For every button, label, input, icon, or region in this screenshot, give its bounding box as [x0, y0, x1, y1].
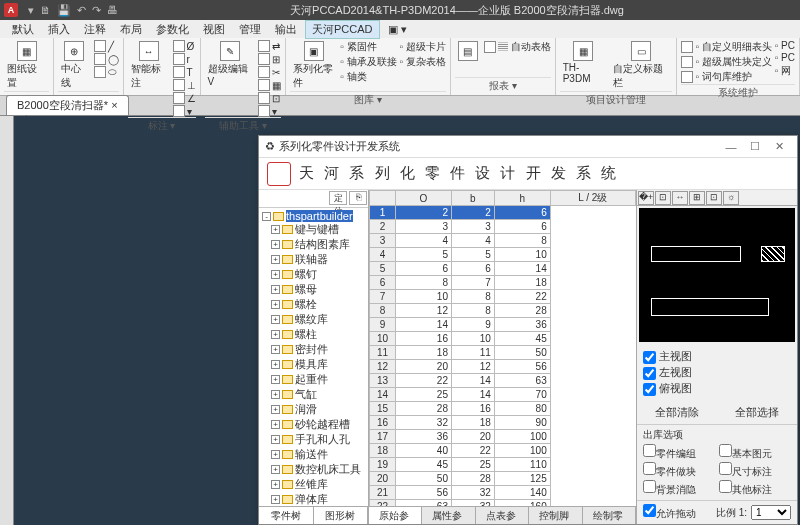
grid-tab[interactable]: 原始参数: [369, 507, 422, 524]
tree-tool-button[interactable]: ⎘: [349, 191, 367, 205]
ribbon-btn[interactable]: ▦TH-P3DM: [560, 40, 608, 85]
pv-tool[interactable]: ⊞: [689, 191, 705, 205]
out-opt[interactable]: 尺寸标注: [719, 462, 791, 479]
view-check[interactable]: 主视图: [643, 349, 791, 364]
dialog-header: 天 河 系 列 化 零 件 设 计 开 发 系 统: [259, 158, 797, 190]
minimize-button[interactable]: —: [719, 141, 743, 153]
output-options: 出库选项 零件编组基本图元零件做块尺寸标注背景消隐其他标注: [637, 424, 797, 500]
dialog-icon: ♻: [265, 140, 275, 153]
ribbon-btn[interactable]: ▦图纸设置: [4, 40, 49, 91]
tree-toolbar: 定位 ⎘: [259, 190, 368, 208]
menu-overflow[interactable]: ▣ ▾: [382, 22, 413, 37]
ribbon-btn[interactable]: ▭自定义标题栏: [610, 40, 672, 91]
menu-3[interactable]: 布局: [114, 21, 148, 38]
tree-node[interactable]: +数控机床工具: [261, 462, 366, 477]
tree-node[interactable]: +弹体库: [261, 492, 366, 506]
preview-toolbar: �+⊡↔⊞⊡☼: [637, 190, 797, 206]
tree-tabs: 零件树 图形树: [259, 506, 368, 524]
file-tab[interactable]: B2000空段清扫器* ×: [6, 95, 129, 115]
ribbon-btn[interactable]: ↔智能标注: [128, 40, 170, 91]
pv-tool[interactable]: �+: [638, 191, 654, 205]
grid-tab[interactable]: 绘制零件: [583, 507, 636, 524]
titlebar: A ▾ 🗎 💾 ↶ ↷ 🖶 天河PCCAD2014&TH-P3DM2014——企…: [0, 0, 800, 20]
close-icon[interactable]: ×: [111, 99, 117, 111]
param-grid[interactable]: ObhL / 2级1226233634484551056614687187108…: [369, 190, 636, 506]
pv-tool[interactable]: ⊡: [655, 191, 671, 205]
locate-button[interactable]: 定位: [329, 191, 347, 205]
preview-pane: �+⊡↔⊞⊡☼ 主视图左视图俯视图 全部清除 全部选择 出库选项 零件编组基本图…: [637, 190, 797, 524]
menu-0[interactable]: 默认: [6, 21, 40, 38]
grid-pane: ObhL / 2级1226233634484551056614687187108…: [369, 190, 637, 524]
tree-node[interactable]: +螺钉: [261, 267, 366, 282]
select-all-button[interactable]: 全部选择: [735, 405, 779, 420]
out-opt[interactable]: 零件编组: [643, 444, 715, 461]
app-logo: A: [4, 3, 18, 17]
menu-4[interactable]: 参数化: [150, 21, 195, 38]
tree-node[interactable]: +键与键槽: [261, 222, 366, 237]
tree-node[interactable]: +输送件: [261, 447, 366, 462]
menu-6[interactable]: 管理: [233, 21, 267, 38]
out-opt[interactable]: 零件做块: [643, 462, 715, 479]
tree-node[interactable]: +砂轮越程槽: [261, 417, 366, 432]
tree-node[interactable]: +模具库: [261, 357, 366, 372]
allow-drag-check[interactable]: 允许拖动: [643, 504, 696, 521]
grid-tabs: 原始参数属性参数点表参数控制脚本绘制零件: [369, 506, 636, 524]
tree-node[interactable]: +联轴器: [261, 252, 366, 267]
qat-open-icon[interactable]: 🗎: [40, 4, 51, 17]
scale-select[interactable]: 1: [751, 505, 791, 520]
tab-parts-tree[interactable]: 零件树: [259, 507, 314, 524]
tree-node[interactable]: +螺栓: [261, 297, 366, 312]
menu-2[interactable]: 注释: [78, 21, 112, 38]
dialog-title: 系列化零件设计开发系统: [279, 139, 400, 154]
parts-tree[interactable]: -thspartbuilder+键与键槽+结构图素库+联轴器+螺钉+螺母+螺栓+…: [259, 208, 368, 506]
header-logo: [267, 162, 291, 186]
dialog-titlebar: ♻ 系列化零件设计开发系统 — ☐ ✕: [259, 136, 797, 158]
qat-print-icon[interactable]: 🖶: [107, 4, 118, 17]
pv-tool[interactable]: ☼: [723, 191, 739, 205]
ribbon: ▦图纸设置图纸设置 ▾⊕中心线╱◯⬭绘图 ▾↔智能标注ØrT⊥∠▾标注 ▾✎超级…: [0, 38, 800, 96]
menu-7[interactable]: 输出: [269, 21, 303, 38]
menu-1[interactable]: 插入: [42, 21, 76, 38]
tree-pane: 定位 ⎘ -thspartbuilder+键与键槽+结构图素库+联轴器+螺钉+螺…: [259, 190, 369, 524]
tree-node[interactable]: +螺柱: [261, 327, 366, 342]
menu-8[interactable]: 天河PCCAD: [305, 20, 380, 39]
out-opt[interactable]: 基本图元: [719, 444, 791, 461]
preview-canvas[interactable]: [639, 208, 795, 342]
quick-access-toolbar: ▾ 🗎 💾 ↶ ↷ 🖶: [28, 4, 118, 17]
tree-node[interactable]: +螺母: [261, 282, 366, 297]
out-opt[interactable]: 其他标注: [719, 480, 791, 497]
view-check[interactable]: 俯视图: [643, 381, 791, 396]
tree-node[interactable]: +气缸: [261, 387, 366, 402]
tree-node[interactable]: +螺纹库: [261, 312, 366, 327]
pv-tool[interactable]: ⊡: [706, 191, 722, 205]
qat-undo-icon[interactable]: ↶: [77, 4, 86, 17]
maximize-button[interactable]: ☐: [743, 140, 767, 153]
tree-node[interactable]: +润滑: [261, 402, 366, 417]
qat-redo-icon[interactable]: ↷: [92, 4, 101, 17]
parts-dialog: ♻ 系列化零件设计开发系统 — ☐ ✕ 天 河 系 列 化 零 件 设 计 开 …: [258, 135, 798, 525]
tree-node[interactable]: +结构图素库: [261, 237, 366, 252]
out-opt[interactable]: 背景消隐: [643, 480, 715, 497]
menubar: 默认插入注释布局参数化视图管理输出天河PCCAD▣ ▾: [0, 20, 800, 38]
grid-tab[interactable]: 属性参数: [422, 507, 475, 524]
tree-node[interactable]: +手孔和人孔: [261, 432, 366, 447]
qat-save-icon[interactable]: 💾: [57, 4, 71, 17]
view-check[interactable]: 左视图: [643, 365, 791, 380]
window-title: 天河PCCAD2014&TH-P3DM2014——企业版 B2000空段清扫器.…: [118, 3, 796, 18]
tree-node[interactable]: +起重件: [261, 372, 366, 387]
tree-node[interactable]: +密封件: [261, 342, 366, 357]
close-button[interactable]: ✕: [767, 140, 791, 153]
ribbon-btn[interactable]: ▣系列化零件: [290, 40, 337, 91]
pv-tool[interactable]: ↔: [672, 191, 688, 205]
menu-5[interactable]: 视图: [197, 21, 231, 38]
ribbon-btn[interactable]: ▤: [455, 40, 481, 63]
vertical-ruler: [0, 116, 14, 525]
tree-node[interactable]: +丝锥库: [261, 477, 366, 492]
qat-new-icon[interactable]: ▾: [28, 4, 34, 17]
ribbon-btn[interactable]: ✎超级编辑 V: [205, 40, 256, 88]
clear-all-button[interactable]: 全部清除: [655, 405, 699, 420]
grid-tab[interactable]: 控制脚本: [529, 507, 582, 524]
tab-shape-tree[interactable]: 图形树: [314, 507, 369, 524]
grid-tab[interactable]: 点表参数: [476, 507, 529, 524]
ribbon-btn[interactable]: ⊕中心线: [58, 40, 90, 91]
